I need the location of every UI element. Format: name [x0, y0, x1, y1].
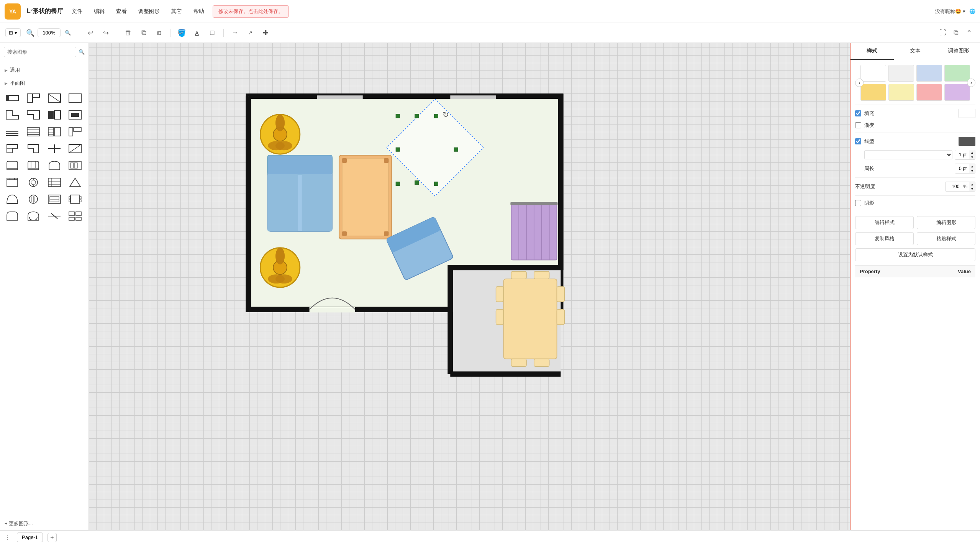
shadow-checkbox[interactable]	[855, 200, 861, 206]
shape-item[interactable]	[24, 124, 43, 139]
fill-button[interactable]: 🪣	[176, 27, 187, 39]
shape-item[interactable]	[24, 158, 43, 173]
perimeter-down[interactable]: ▼	[969, 169, 975, 173]
zoom-display[interactable]: 100%	[38, 28, 61, 37]
opacity-up[interactable]: ▲	[969, 182, 975, 187]
edit-style-button[interactable]: 编辑样式	[855, 216, 914, 229]
split-button[interactable]: ⧉	[950, 27, 962, 39]
shape-item[interactable]	[3, 107, 21, 123]
menu-other[interactable]: 其它	[169, 7, 184, 16]
zoom-in-button[interactable]: 🔍	[25, 27, 36, 39]
shape-item[interactable]	[3, 208, 21, 224]
more-shapes-button[interactable]: + 更多图形...	[0, 517, 88, 530]
redo-button[interactable]: ↪	[100, 27, 111, 39]
shape-item[interactable]	[45, 192, 64, 207]
shape-item[interactable]	[45, 158, 64, 173]
shape-button[interactable]: □	[206, 27, 218, 39]
globe-icon[interactable]: 🌐	[969, 8, 975, 14]
shape-item[interactable]	[66, 124, 84, 139]
section-floorplan-header[interactable]: ▶ 平面图	[0, 77, 88, 89]
swatch-yellow[interactable]	[860, 84, 886, 101]
add-page-button[interactable]: +	[48, 533, 57, 542]
menu-file[interactable]: 文件	[69, 7, 85, 16]
shape-item[interactable]	[66, 90, 84, 106]
shape-item[interactable]	[45, 90, 64, 106]
section-general-header[interactable]: ▶ 通用	[0, 64, 88, 76]
copy-button[interactable]: ⧉	[138, 27, 149, 39]
shape-item[interactable]	[45, 175, 64, 190]
username[interactable]: 没有昵称🤩 ▾	[935, 8, 965, 15]
fullscreen-button[interactable]: ⛶	[937, 27, 949, 39]
shape-item[interactable]	[66, 192, 84, 207]
view-toggle[interactable]: ⊞ ▾	[5, 28, 21, 37]
shape-item[interactable]	[45, 208, 64, 224]
swatch-prev-btn[interactable]: ‹	[855, 79, 864, 87]
canvas-area[interactable]: ↻	[89, 43, 850, 530]
shape-item[interactable]	[66, 208, 84, 224]
shape-item[interactable]	[24, 107, 43, 123]
shape-item[interactable]	[24, 192, 43, 207]
shape-item[interactable]	[24, 90, 43, 106]
shape-item[interactable]	[66, 175, 84, 190]
shape-item[interactable]	[66, 141, 84, 156]
paste-button[interactable]: ⧈	[153, 27, 165, 39]
shape-item[interactable]	[24, 175, 43, 190]
unsaved-notice[interactable]: 修改未保存。点击此处保存。	[213, 5, 289, 18]
swatch-pale-yellow[interactable]	[888, 84, 914, 101]
swatch-light-green[interactable]	[944, 65, 970, 82]
shape-item[interactable]	[24, 141, 43, 156]
shape-item[interactable]	[3, 90, 21, 106]
waypoint-button[interactable]: ↗	[244, 27, 256, 39]
line-color-button[interactable]: A	[191, 27, 203, 39]
menu-view[interactable]: 查看	[114, 7, 129, 16]
shape-item[interactable]	[3, 192, 21, 207]
search-icon[interactable]: 🔍	[79, 49, 85, 55]
insert-button[interactable]: ✚	[260, 27, 271, 39]
collapse-button[interactable]: ⌃	[963, 27, 975, 39]
shape-item[interactable]	[66, 158, 84, 173]
set-default-button[interactable]: 设置为默认样式	[855, 248, 975, 261]
line-color-button[interactable]	[959, 137, 975, 146]
canvas-svg[interactable]: ↻	[89, 43, 850, 530]
paste-style-button[interactable]: 粘贴样式	[917, 232, 975, 245]
shape-item[interactable]	[45, 107, 64, 123]
tab-adjust[interactable]: 调整图形	[937, 43, 980, 60]
shape-item[interactable]	[66, 107, 84, 123]
opacity-down[interactable]: ▼	[969, 187, 975, 191]
tab-text[interactable]: 文本	[894, 43, 937, 60]
arrow-button[interactable]: →	[229, 27, 241, 39]
page-options-icon[interactable]: ⋮	[5, 534, 11, 541]
line-weight-up[interactable]: ▲	[969, 150, 975, 155]
page-tab[interactable]: Page-1	[17, 533, 43, 542]
zoom-out-button[interactable]: 🔍	[62, 27, 74, 39]
copy-style-button[interactable]: 复制风格	[855, 232, 914, 245]
tab-style[interactable]: 样式	[851, 43, 894, 60]
swatch-light-gray[interactable]	[888, 65, 914, 82]
swatch-next-btn[interactable]: ›	[967, 79, 975, 87]
gradient-checkbox[interactable]	[855, 122, 861, 128]
menu-edit[interactable]: 编辑	[92, 7, 107, 16]
swatch-light-blue[interactable]	[916, 65, 942, 82]
swatch-white[interactable]	[860, 65, 886, 82]
shape-item[interactable]	[24, 208, 43, 224]
line-style-select[interactable]: ────────── - - - - - - · · · · · ·	[864, 150, 952, 159]
fill-checkbox[interactable]	[855, 110, 861, 116]
swatch-lavender[interactable]	[944, 84, 970, 101]
line-weight-down[interactable]: ▼	[969, 155, 975, 159]
menu-help[interactable]: 帮助	[191, 7, 206, 16]
delete-button[interactable]: 🗑	[123, 27, 134, 39]
edit-shape-button[interactable]: 编辑图形	[917, 216, 975, 229]
line-checkbox[interactable]	[855, 138, 861, 144]
swatch-pink[interactable]	[916, 84, 942, 101]
search-input[interactable]	[4, 47, 76, 57]
undo-button[interactable]: ↩	[85, 27, 96, 39]
perimeter-up[interactable]: ▲	[969, 164, 975, 169]
shape-item[interactable]	[3, 124, 21, 139]
shape-item[interactable]	[3, 158, 21, 173]
shape-item[interactable]	[3, 175, 21, 190]
shape-item[interactable]	[3, 141, 21, 156]
menu-adjust[interactable]: 调整图形	[136, 7, 162, 16]
shape-item[interactable]	[45, 124, 64, 139]
shape-item[interactable]	[45, 141, 64, 156]
fill-color-button[interactable]	[959, 109, 975, 118]
